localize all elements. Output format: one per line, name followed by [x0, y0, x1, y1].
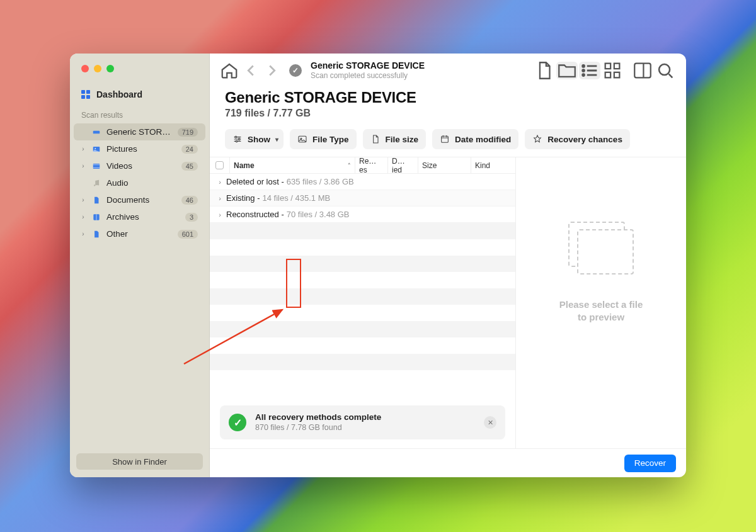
view-file-icon[interactable]	[534, 62, 555, 79]
count-badge: 601	[178, 230, 198, 239]
main-pane: Generic STORAGE DEVICE Scan completed su…	[210, 54, 686, 477]
scan-status-icon	[289, 64, 302, 77]
sidebar-item-label: Other	[106, 229, 173, 239]
table-row[interactable]: ›Deleted or lost - 635 files / 3.86 GB	[210, 174, 515, 190]
svg-point-18	[236, 140, 238, 142]
view-grid-icon[interactable]	[602, 62, 623, 79]
svg-rect-14	[634, 64, 651, 78]
audio-icon	[91, 179, 101, 188]
sidebar-item-pictures[interactable]: ›Pictures24	[74, 140, 205, 157]
toolbar-title: Generic STORAGE DEVICE	[311, 60, 425, 71]
table-row[interactable]: ›Existing - 14 files / 435.1 MB	[210, 190, 515, 207]
dashboard-label: Dashboard	[96, 89, 142, 99]
sidebar-footer: Show in Finder	[70, 453, 209, 477]
close-banner-button[interactable]: ✕	[484, 416, 496, 429]
view-list-icon[interactable]	[579, 62, 600, 79]
sidebar-item-label: Generic STORAG…	[106, 127, 173, 137]
filter-date-modified-button[interactable]: Date modified	[432, 129, 518, 149]
back-button[interactable]	[241, 61, 260, 80]
svg-rect-3	[93, 163, 100, 168]
sidebar: Dashboard Scan results Generic STORAG…71…	[70, 54, 210, 477]
drive-icon	[91, 128, 101, 137]
dashboard-link[interactable]: Dashboard	[70, 86, 209, 108]
chevron-right-icon: ›	[80, 162, 86, 169]
doc-icon	[91, 196, 101, 205]
sidebar-item-audio[interactable]: Audio	[74, 174, 205, 191]
expand-icon[interactable]: ›	[214, 195, 226, 202]
sidebar-item-label: Archives	[106, 212, 180, 222]
success-icon: ✓	[229, 414, 246, 431]
svg-rect-13	[614, 72, 620, 78]
svg-rect-10	[605, 64, 611, 69]
svg-rect-11	[614, 64, 620, 69]
sidebar-item-videos[interactable]: ›Videos45	[74, 157, 205, 174]
table-row[interactable]: ›Reconstructed - 70 files / 3.48 GB	[210, 207, 515, 223]
row-meta: 14 files / 435.1 MB	[262, 193, 330, 203]
video-icon	[91, 162, 101, 171]
show-in-finder-button[interactable]: Show in Finder	[76, 453, 203, 470]
row-meta: 635 files / 3.86 GB	[287, 177, 354, 186]
expand-icon[interactable]: ›	[214, 178, 226, 186]
svg-rect-0	[93, 130, 100, 133]
svg-point-7	[583, 65, 585, 67]
recover-button[interactable]: Recover	[624, 455, 676, 472]
status-banner: ✓ All recovery methods complete 870 file…	[220, 405, 505, 439]
image-icon	[91, 145, 101, 154]
close-icon[interactable]	[81, 65, 89, 72]
bottom-bar: Recover	[210, 448, 686, 477]
svg-rect-12	[605, 72, 611, 78]
svg-point-15	[659, 64, 670, 75]
count-badge: 45	[181, 162, 198, 171]
count-badge: 719	[178, 128, 198, 137]
star-icon	[532, 134, 542, 144]
count-badge: 3	[185, 213, 198, 222]
filter-bar: Show ▾ File Type File size Date modified…	[210, 128, 686, 157]
sidebar-item-label: Documents	[106, 195, 176, 205]
sidebar-item-other[interactable]: ›Other601	[74, 225, 205, 242]
toggle-preview-icon[interactable]	[632, 62, 653, 79]
svg-point-2	[94, 147, 96, 149]
svg-point-16	[235, 136, 237, 138]
chevron-right-icon: ›	[80, 196, 86, 203]
svg-point-9	[583, 74, 585, 76]
count-badge: 46	[181, 196, 198, 205]
sidebar-item-documents[interactable]: ›Documents46	[74, 191, 205, 208]
chevron-right-icon: ›	[80, 213, 86, 220]
row-name: Existing -	[226, 193, 260, 203]
sliders-icon	[232, 134, 243, 144]
row-name: Reconstructed -	[226, 210, 284, 219]
sidebar-item-label: Pictures	[106, 144, 176, 154]
expand-icon[interactable]: ›	[214, 211, 226, 218]
page-title: Generic STORAGE DEVICE	[225, 89, 671, 106]
column-date[interactable]: D…ied	[388, 157, 418, 173]
column-size[interactable]: Size	[418, 157, 471, 173]
sidebar-item-archives[interactable]: ›Archives3	[74, 208, 205, 225]
minimize-icon[interactable]	[94, 65, 101, 72]
preview-placeholder-text: Please select a fileto preview	[559, 298, 643, 324]
dashboard-icon	[81, 90, 90, 99]
home-button[interactable]	[220, 61, 239, 80]
window-controls	[70, 65, 209, 72]
filter-file-size-button[interactable]: File size	[363, 129, 427, 149]
chevron-right-icon: ›	[80, 145, 86, 152]
filter-show-button[interactable]: Show ▾	[225, 129, 284, 149]
maximize-icon[interactable]	[106, 65, 114, 72]
search-icon[interactable]	[655, 62, 676, 79]
sidebar-item-genericstorag[interactable]: Generic STORAG…719	[74, 123, 205, 140]
preview-pane: Please select a fileto preview	[516, 157, 686, 448]
column-recovery[interactable]: Re…es	[355, 157, 388, 173]
chevron-right-icon: ›	[80, 230, 86, 237]
sidebar-item-label: Videos	[106, 161, 176, 171]
filter-file-type-button[interactable]: File Type	[290, 129, 357, 149]
select-all-checkbox[interactable]	[215, 161, 224, 169]
column-name[interactable]: Name˄	[230, 157, 355, 173]
column-kind[interactable]: Kind	[471, 157, 515, 173]
forward-button[interactable]	[263, 61, 282, 80]
chevron-down-icon: ▾	[275, 136, 278, 143]
svg-rect-21	[442, 136, 449, 142]
status-title: All recovery methods complete	[255, 412, 381, 423]
toolbar-subtitle: Scan completed successfully	[311, 71, 425, 80]
svg-point-4	[94, 184, 95, 186]
view-folder-icon[interactable]	[556, 62, 578, 79]
filter-recovery-chances-button[interactable]: Recovery chances	[525, 129, 630, 149]
